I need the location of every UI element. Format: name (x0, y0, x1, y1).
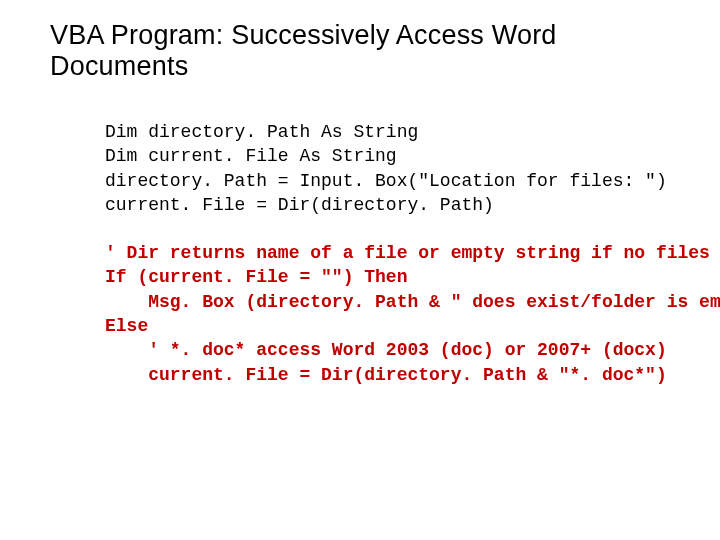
blank-line (105, 217, 680, 241)
code-line-9: ' *. doc* access Word 2003 (doc) or 2007… (105, 340, 667, 360)
code-line-5: ' Dir returns name of a file or empty st… (105, 243, 710, 263)
code-line-4: current. File = Dir(directory. Path) (105, 195, 494, 215)
code-line-8: Else (105, 316, 148, 336)
page-title: VBA Program: Successively Access Word Do… (50, 20, 680, 82)
code-line-3: directory. Path = Input. Box("Location f… (105, 171, 667, 191)
code-block: Dim directory. Path As String Dim curren… (105, 120, 680, 387)
code-line-10: current. File = Dir(directory. Path & "*… (105, 365, 667, 385)
code-line-6: If (current. File = "") Then (105, 267, 407, 287)
code-line-7: Msg. Box (directory. Path & " does exist… (105, 292, 720, 312)
slide: VBA Program: Successively Access Word Do… (0, 0, 720, 540)
code-line-1: Dim directory. Path As String (105, 122, 418, 142)
code-line-2: Dim current. File As String (105, 146, 397, 166)
